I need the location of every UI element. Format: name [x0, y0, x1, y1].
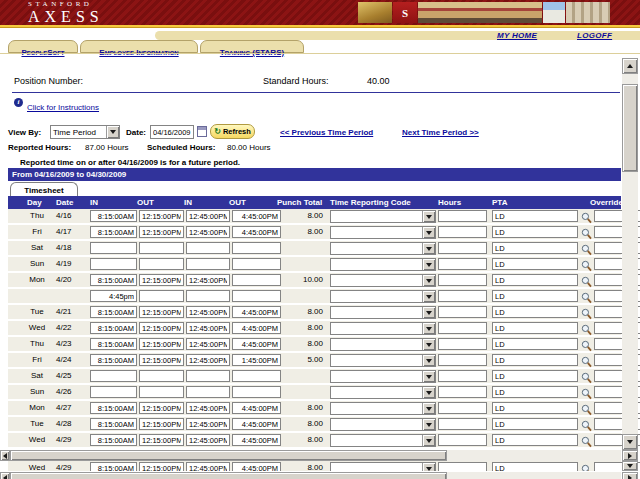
tab-timesheet[interactable]: Timesheet: [10, 182, 78, 196]
in-2-input[interactable]: [186, 434, 230, 446]
out-1-input[interactable]: [139, 274, 184, 286]
in-1-input[interactable]: [90, 354, 137, 366]
pta-lookup-icon[interactable]: [581, 386, 593, 399]
chevron-down-icon[interactable]: [106, 126, 119, 138]
chevron-down-icon[interactable]: [422, 227, 435, 238]
out-2-input[interactable]: [232, 418, 281, 430]
in-2-input[interactable]: [186, 370, 230, 382]
pta-lookup-icon[interactable]: [581, 290, 593, 303]
in-2-input[interactable]: [186, 306, 230, 318]
pta-input[interactable]: [492, 386, 578, 398]
pta-input[interactable]: [492, 370, 578, 382]
in-2-input[interactable]: [186, 402, 230, 414]
pta-lookup-icon[interactable]: [581, 402, 593, 415]
pta-input[interactable]: [492, 402, 578, 414]
pta-lookup-icon[interactable]: [581, 226, 593, 239]
tab-training-stars[interactable]: Training (STARS): [200, 40, 304, 53]
out-1-input[interactable]: [139, 370, 184, 382]
pta-input[interactable]: [492, 226, 578, 238]
chevron-down-icon[interactable]: [422, 355, 435, 366]
scroll-left-icon[interactable]: [0, 472, 10, 479]
pta-lookup-icon[interactable]: [581, 274, 593, 287]
chevron-down-icon[interactable]: [422, 403, 435, 414]
hours-input[interactable]: [438, 354, 487, 366]
in-2-input[interactable]: [186, 242, 230, 254]
in-1-input[interactable]: [90, 418, 137, 430]
pta-input[interactable]: [492, 354, 578, 366]
my-home-link[interactable]: MY HOME: [497, 31, 537, 40]
hours-input[interactable]: [438, 434, 487, 446]
time-reporting-code-select[interactable]: [330, 462, 436, 471]
scroll-right-icon[interactable]: [622, 472, 638, 479]
time-reporting-code-select[interactable]: [330, 434, 436, 447]
out-1-input[interactable]: [139, 402, 184, 414]
hours-input[interactable]: [438, 274, 487, 286]
in-1-input[interactable]: [90, 338, 137, 350]
time-reporting-code-select[interactable]: [330, 290, 436, 303]
out-1-input[interactable]: [139, 290, 184, 302]
hours-input[interactable]: [438, 338, 487, 350]
out-2-input[interactable]: [232, 386, 281, 398]
horizontal-scrollbar-thumb[interactable]: [10, 472, 447, 479]
time-reporting-code-select[interactable]: [330, 418, 436, 431]
in-1-input[interactable]: [90, 274, 137, 286]
out-2-input[interactable]: [232, 370, 281, 382]
pta-lookup-icon[interactable]: [581, 462, 593, 471]
scroll-up-icon[interactable]: [622, 58, 638, 74]
out-2-input[interactable]: [232, 434, 281, 446]
date-input[interactable]: [150, 125, 194, 139]
scroll-left-icon[interactable]: [0, 450, 10, 461]
hours-input[interactable]: [438, 370, 487, 382]
scroll-down-icon[interactable]: [622, 434, 638, 450]
pta-input[interactable]: [492, 290, 578, 302]
time-reporting-code-select[interactable]: [330, 322, 436, 335]
view-by-select[interactable]: Time Period: [50, 125, 120, 139]
out-1-input[interactable]: [139, 226, 184, 238]
hours-input[interactable]: [438, 210, 487, 222]
time-reporting-code-select[interactable]: [330, 258, 436, 271]
in-1-input[interactable]: [90, 306, 137, 318]
refresh-button[interactable]: ↻ Refresh: [210, 124, 255, 139]
hours-input[interactable]: [438, 242, 487, 254]
pta-lookup-icon[interactable]: [581, 210, 593, 223]
scroll-right-icon[interactable]: [622, 450, 638, 461]
out-2-input[interactable]: [232, 354, 281, 366]
pta-input[interactable]: [492, 210, 578, 222]
in-1-input[interactable]: [90, 210, 137, 222]
horizontal-scrollbar-bottom[interactable]: [0, 472, 621, 479]
in-2-input[interactable]: [186, 354, 230, 366]
in-1-input[interactable]: [90, 402, 137, 414]
out-1-input[interactable]: [139, 418, 184, 430]
horizontal-scrollbar-thumb[interactable]: [10, 450, 447, 461]
chevron-down-icon[interactable]: [422, 463, 435, 471]
horizontal-scrollbar[interactable]: [0, 450, 621, 461]
chevron-down-icon[interactable]: [422, 211, 435, 222]
time-reporting-code-select[interactable]: [330, 338, 436, 351]
chevron-down-icon[interactable]: [422, 291, 435, 302]
pta-lookup-icon[interactable]: [581, 354, 593, 367]
out-2-input[interactable]: [232, 226, 281, 238]
vertical-scrollbar-thumb[interactable]: [622, 84, 638, 172]
chevron-down-icon[interactable]: [422, 419, 435, 430]
logoff-link[interactable]: LOGOFF: [577, 31, 612, 40]
chevron-down-icon[interactable]: [422, 371, 435, 382]
in-2-input[interactable]: [186, 418, 230, 430]
out-2-input[interactable]: [232, 274, 281, 286]
hours-input[interactable]: [438, 386, 487, 398]
pta-input[interactable]: [492, 274, 578, 286]
tab-peoplesoft[interactable]: PeopleSoft: [8, 40, 78, 53]
instructions-link[interactable]: Click for Instructions: [27, 103, 99, 112]
chevron-down-icon[interactable]: [422, 323, 435, 334]
out-1-input[interactable]: [139, 386, 184, 398]
in-2-input[interactable]: [186, 290, 230, 302]
hours-input[interactable]: [438, 226, 487, 238]
time-reporting-code-select[interactable]: [330, 226, 436, 239]
out-2-input[interactable]: [232, 322, 281, 334]
time-reporting-code-select[interactable]: [330, 210, 436, 223]
out-2-input[interactable]: [232, 402, 281, 414]
previous-time-period-link[interactable]: << Previous Time Period: [280, 128, 373, 137]
pta-lookup-icon[interactable]: [581, 338, 593, 351]
in-1-input[interactable]: [90, 258, 137, 270]
hours-input[interactable]: [438, 258, 487, 270]
in-1-input[interactable]: [90, 242, 137, 254]
